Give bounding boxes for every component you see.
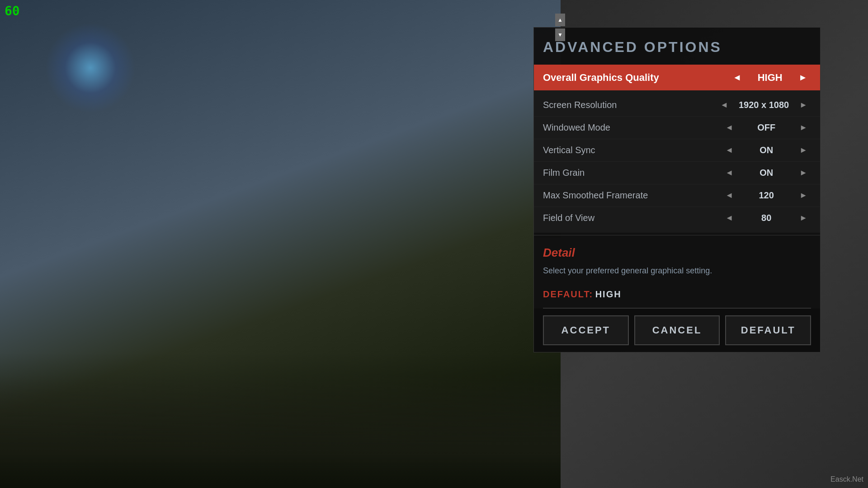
overall-quality-label: Overall Graphics Quality — [543, 72, 729, 84]
film-grain-value: ON — [744, 168, 789, 178]
screen-resolution-arrow-left[interactable]: ◄ — [717, 99, 732, 112]
default-value: HIGH — [595, 289, 622, 299]
film-grain-label: Film Grain — [543, 168, 722, 178]
windowed-mode-value: OFF — [744, 122, 789, 133]
detail-description: Select your preferred general graphical … — [543, 265, 811, 277]
vertical-sync-label: Vertical Sync — [543, 145, 722, 155]
buttons-row: ACCEPT CANCEL DEFAULT — [534, 309, 820, 352]
max-smoothed-framerate-label: Max Smoothed Framerate — [543, 190, 722, 201]
field-of-view-arrow-left[interactable]: ◄ — [722, 211, 737, 225]
vertical-sync-value: ON — [744, 145, 789, 155]
vertical-sync-arrow-right[interactable]: ► — [796, 144, 811, 157]
max-smoothed-framerate-arrow-right[interactable]: ► — [796, 189, 811, 202]
settings-list: Screen Resolution ◄ 868 x 488 ► Window… — [534, 90, 820, 233]
screen-resolution-arrow-right[interactable]: ► — [796, 99, 811, 112]
scroll-up-arrow[interactable]: ▲ — [555, 14, 565, 26]
fps-counter: 60 — [5, 4, 20, 19]
windowed-mode-arrow-right[interactable]: ► — [796, 121, 811, 134]
detail-title: Detail — [543, 246, 811, 260]
setting-row-vertical-sync: Vertical Sync ◄ ON ► — [534, 139, 820, 162]
game-background — [0, 0, 561, 488]
watermark: Easck.Net — [830, 475, 863, 483]
overall-quality-arrow-left[interactable]: ◄ — [729, 70, 745, 85]
overall-quality-row: Overall Graphics Quality ◄ HIGH ► — [534, 65, 820, 90]
scroll-down-arrow[interactable]: ▼ — [555, 28, 565, 41]
default-line: DEFAULT: HIGH — [534, 285, 820, 308]
default-button[interactable]: DEFAULT — [725, 315, 811, 345]
separator-1 — [534, 235, 820, 235]
setting-row-screen-resolution: Screen Resolution ◄ 868 x 488 ► — [534, 94, 820, 117]
accept-button[interactable]: ACCEPT — [543, 315, 629, 345]
film-grain-arrow-left[interactable]: ◄ — [722, 166, 737, 179]
overall-quality-arrow-right[interactable]: ► — [795, 70, 811, 85]
field-of-view-label: Field of View — [543, 213, 722, 223]
screen-resolution-value: 868 x 488 — [739, 100, 789, 110]
detail-section: Detail Select your preferred general gra… — [534, 238, 820, 285]
setting-row-windowed-mode: Windowed Mode ◄ OFF ► — [534, 117, 820, 139]
max-smoothed-framerate-arrow-left[interactable]: ◄ — [722, 189, 737, 202]
cancel-button[interactable]: CANCEL — [634, 315, 720, 345]
field-of-view-value: 80 — [744, 213, 789, 223]
windowed-mode-label: Windowed Mode — [543, 122, 722, 133]
field-of-view-arrow-right[interactable]: ► — [796, 211, 811, 225]
max-smoothed-framerate-value: 120 — [744, 190, 789, 201]
screen-resolution-label: Screen Resolution — [543, 100, 717, 110]
setting-row-film-grain: Film Grain ◄ ON ► — [534, 162, 820, 184]
overall-quality-value: HIGH — [752, 72, 788, 84]
setting-row-max-smoothed-framerate: Max Smoothed Framerate ◄ 120 ► — [534, 184, 820, 207]
advanced-options-panel: ADVANCED OPTIONS Overall Graphics Qualit… — [533, 27, 821, 352]
film-grain-arrow-right[interactable]: ► — [796, 166, 811, 179]
default-label: DEFAULT: — [543, 289, 593, 299]
vertical-sync-arrow-left[interactable]: ◄ — [722, 144, 737, 157]
windowed-mode-arrow-left[interactable]: ◄ — [722, 121, 737, 134]
menu-title: ADVANCED OPTIONS — [534, 28, 820, 65]
road-overlay — [0, 375, 561, 488]
setting-row-field-of-view: Field of View ◄ 80 ► — [534, 207, 820, 229]
